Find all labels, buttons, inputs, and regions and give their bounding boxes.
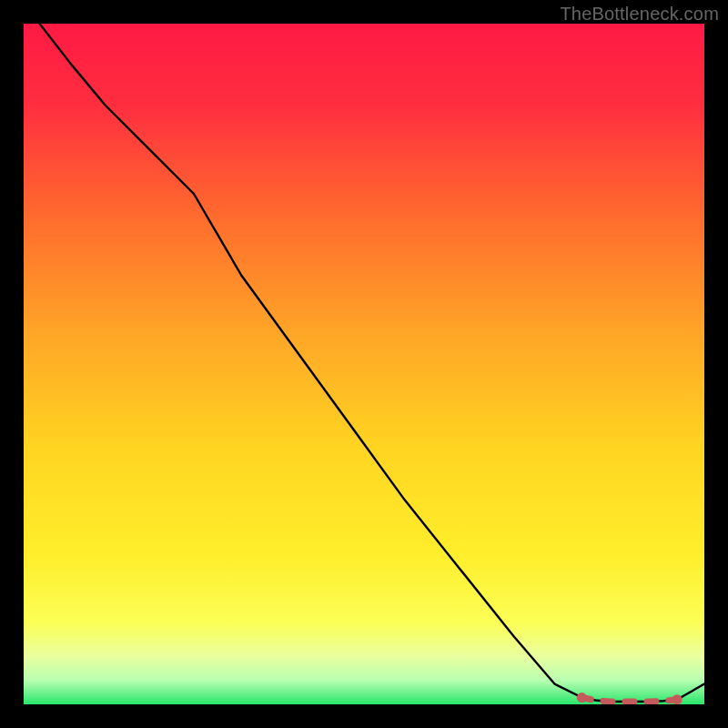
highlight-end-dot [672,694,682,704]
plot-svg [24,24,704,704]
watermark-text: TheBottleneck.com [560,4,719,25]
chart-stage: TheBottleneck.com [0,0,728,728]
plot-area [24,24,704,704]
highlight-start-dot [577,693,587,703]
